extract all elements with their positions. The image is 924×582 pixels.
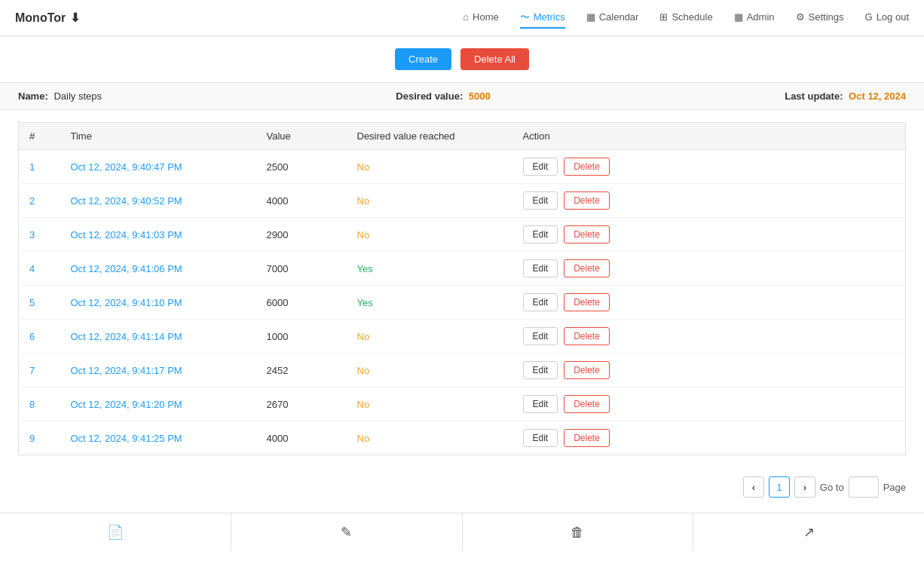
pagination-prev[interactable]: ‹ — [743, 476, 764, 498]
edit-button-7[interactable]: Edit — [523, 395, 558, 413]
delete-all-button[interactable]: Delete All — [460, 48, 529, 70]
cell-action-6: Edit Delete — [512, 354, 906, 387]
brand-name: MonoTor — [15, 11, 66, 25]
table-row: 6 Oct 12, 2024, 9:41:14 PM 1000 No Edit … — [19, 320, 906, 354]
cell-value-4: 6000 — [256, 286, 347, 320]
pagination: ‹ 1 › Go to Page — [0, 467, 924, 507]
chart-icon: ↗ — [803, 524, 815, 541]
col-header-time: Time — [60, 123, 256, 150]
cell-desired-0: No — [347, 150, 512, 184]
table-row: 9 Oct 12, 2024, 9:41:25 PM 4000 No Edit … — [19, 421, 906, 455]
cell-num-3: 4 — [19, 252, 60, 286]
desired-value-info: Desired value: 5000 — [396, 90, 490, 102]
cell-action-2: Edit Delete — [512, 218, 906, 252]
edit-button-2[interactable]: Edit — [523, 225, 558, 244]
cell-value-5: 1000 — [256, 320, 347, 354]
edit-button-3[interactable]: Edit — [523, 259, 558, 277]
cell-num-6: 7 — [19, 354, 60, 387]
cell-desired-4: Yes — [347, 286, 512, 320]
edit-button-4[interactable]: Edit — [523, 293, 558, 311]
delete-button-2[interactable]: Delete — [564, 225, 610, 244]
create-button[interactable]: Create — [395, 48, 451, 70]
navbar: MonoTor ⬇ ⌂ Home 〜 Metrics ▦ Calendar ⊞ … — [0, 0, 924, 36]
cell-desired-7: No — [347, 387, 512, 421]
nav-settings[interactable]: ⚙ Settings — [796, 8, 844, 27]
table-row: 1 Oct 12, 2024, 9:40:47 PM 2500 No Edit … — [19, 150, 906, 184]
cell-num-1: 2 — [19, 184, 60, 218]
cell-value-8: 4000 — [256, 421, 347, 455]
settings-icon: ⚙ — [796, 11, 805, 23]
table-row: 4 Oct 12, 2024, 9:41:06 PM 7000 Yes Edit… — [19, 252, 906, 286]
admin-icon: ▦ — [734, 11, 743, 23]
cell-time-7: Oct 12, 2024, 9:41:20 PM — [60, 387, 256, 421]
delete-button-8[interactable]: Delete — [564, 429, 610, 447]
go-to-label: Go to — [820, 482, 844, 493]
footer-chart[interactable]: ↗ — [693, 513, 924, 551]
delete-button-7[interactable]: Delete — [564, 395, 610, 413]
cell-action-8: Edit Delete — [512, 421, 906, 455]
cell-action-3: Edit Delete — [512, 252, 906, 286]
delete-button-0[interactable]: Delete — [564, 158, 610, 176]
cell-desired-3: Yes — [347, 252, 512, 286]
go-to-input[interactable] — [849, 476, 879, 498]
cell-time-3: Oct 12, 2024, 9:41:06 PM — [60, 252, 256, 286]
schedule-icon: ⊞ — [659, 11, 668, 23]
delete-button-4[interactable]: Delete — [564, 293, 610, 311]
table-header-row: # Time Value Desired value reached Actio… — [19, 123, 906, 150]
edit-button-1[interactable]: Edit — [523, 191, 558, 210]
edit-button-0[interactable]: Edit — [523, 158, 558, 176]
cell-num-7: 8 — [19, 387, 60, 421]
delete-button-3[interactable]: Delete — [564, 259, 610, 277]
cell-action-1: Edit Delete — [512, 184, 906, 218]
nav-metrics[interactable]: 〜 Metrics — [520, 8, 565, 29]
table-row: 8 Oct 12, 2024, 9:41:20 PM 2670 No Edit … — [19, 387, 906, 421]
edit-button-6[interactable]: Edit — [523, 361, 558, 379]
metric-name: Name: Daily steps — [18, 90, 102, 102]
table-row: 2 Oct 12, 2024, 9:40:52 PM 4000 No Edit … — [19, 184, 906, 218]
cell-num-8: 9 — [19, 421, 60, 455]
action-cell-2: Edit Delete — [523, 225, 895, 244]
file-icon: 📄 — [107, 524, 124, 541]
footer-file[interactable]: 📄 — [0, 513, 231, 551]
action-cell-7: Edit Delete — [523, 395, 895, 413]
edit-button-5[interactable]: Edit — [523, 327, 558, 345]
cell-time-8: Oct 12, 2024, 9:41:25 PM — [60, 421, 256, 455]
data-table: # Time Value Desired value reached Actio… — [18, 122, 906, 455]
edit-icon: ✎ — [341, 524, 352, 541]
col-header-action: Action — [512, 123, 906, 150]
cell-value-7: 2670 — [256, 387, 347, 421]
cell-num-0: 1 — [19, 150, 60, 184]
delete-button-1[interactable]: Delete — [564, 191, 610, 210]
nav-calendar[interactable]: ▦ Calendar — [586, 8, 639, 27]
action-cell-8: Edit Delete — [523, 429, 895, 447]
nav-schedule[interactable]: ⊞ Schedule — [659, 8, 712, 27]
delete-button-5[interactable]: Delete — [564, 327, 610, 345]
navbar-links: ⌂ Home 〜 Metrics ▦ Calendar ⊞ Schedule ▦… — [463, 8, 909, 29]
cell-time-1: Oct 12, 2024, 9:40:52 PM — [60, 184, 256, 218]
logout-icon: G — [865, 11, 873, 23]
pagination-page-1[interactable]: 1 — [769, 476, 790, 498]
edit-button-8[interactable]: Edit — [523, 429, 558, 447]
nav-admin[interactable]: ▦ Admin — [734, 8, 775, 27]
cell-num-4: 5 — [19, 286, 60, 320]
delete-button-6[interactable]: Delete — [564, 361, 610, 379]
brand-icon: ⬇ — [70, 11, 80, 25]
nav-home[interactable]: ⌂ Home — [463, 8, 499, 27]
pagination-next[interactable]: › — [794, 476, 815, 498]
cell-desired-8: No — [347, 421, 512, 455]
metrics-icon: 〜 — [520, 11, 530, 24]
footer-trash[interactable]: 🗑 — [463, 513, 694, 551]
cell-time-4: Oct 12, 2024, 9:41:10 PM — [60, 286, 256, 320]
cell-time-2: Oct 12, 2024, 9:41:03 PM — [60, 218, 256, 252]
cell-num-5: 6 — [19, 320, 60, 354]
cell-value-3: 7000 — [256, 252, 347, 286]
page-label: Page — [883, 482, 906, 493]
calendar-icon: ▦ — [586, 11, 595, 23]
footer-edit[interactable]: ✎ — [231, 513, 463, 551]
nav-logout[interactable]: G Log out — [865, 8, 910, 27]
table-row: 7 Oct 12, 2024, 9:41:17 PM 2452 No Edit … — [19, 354, 906, 387]
table-row: 5 Oct 12, 2024, 9:41:10 PM 6000 Yes Edit… — [19, 286, 906, 320]
col-header-value: Value — [256, 123, 347, 150]
cell-action-7: Edit Delete — [512, 387, 906, 421]
cell-action-4: Edit Delete — [512, 286, 906, 320]
